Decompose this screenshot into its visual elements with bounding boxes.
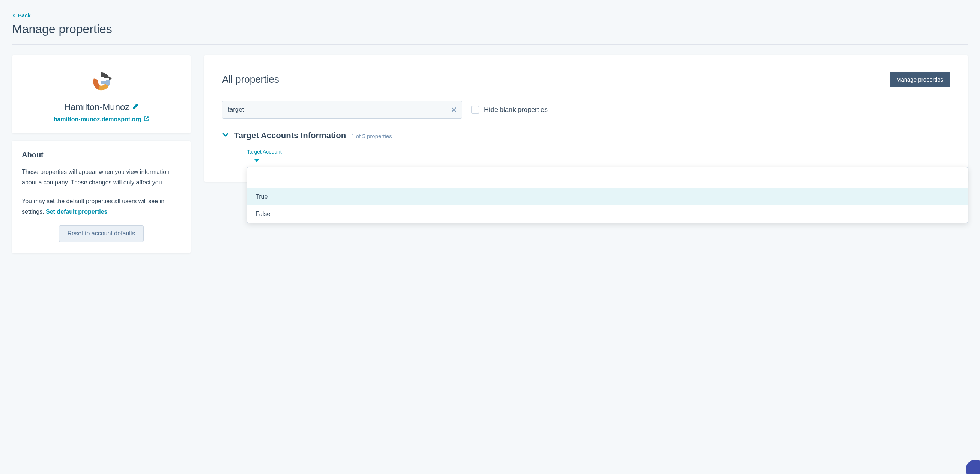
all-properties-heading: All properties	[222, 73, 279, 85]
pencil-icon[interactable]	[132, 103, 138, 111]
about-paragraph-2: You may set the default properties all u…	[22, 196, 181, 217]
hide-blank-checkbox-wrap[interactable]: Hide blank properties	[471, 105, 548, 114]
about-card: About These properties will appear when …	[12, 141, 191, 253]
external-link-icon	[144, 116, 149, 123]
properties-card: All properties Manage properties Hide bl…	[204, 55, 968, 182]
field-label: Target Account	[247, 149, 950, 155]
search-input[interactable]	[222, 101, 462, 119]
property-group-meta: 1 of 5 properties	[351, 133, 392, 139]
set-default-properties-label: Set default properties	[46, 207, 107, 217]
about-paragraph-1: These properties will appear when you vi…	[22, 167, 181, 188]
dropdown-option[interactable]: True	[247, 188, 967, 206]
manage-properties-button[interactable]: Manage properties	[889, 72, 950, 87]
back-label: Back	[18, 13, 30, 18]
about-heading: About	[22, 151, 181, 159]
company-url-text: hamilton-munoz.demospot.org	[54, 116, 142, 123]
chevron-left-icon	[12, 13, 16, 18]
property-group-title: Target Accounts Information	[234, 131, 346, 140]
help-bubble-icon[interactable]	[966, 460, 980, 474]
company-card: Hamilton-Munoz hamilton-munoz.demospot.o…	[12, 55, 191, 133]
company-name: Hamilton-Munoz	[64, 102, 130, 112]
back-link[interactable]: Back	[12, 13, 30, 18]
page-title: Manage properties	[12, 22, 968, 36]
set-default-properties-link[interactable]: Set default properties	[46, 207, 109, 217]
caret-down-icon[interactable]	[255, 157, 950, 164]
dropdown-option[interactable]: False	[247, 206, 967, 223]
company-logo-icon	[90, 70, 113, 93]
hide-blank-label: Hide blank properties	[484, 106, 548, 114]
divider	[12, 44, 968, 45]
property-group-header[interactable]: Target Accounts Information 1 of 5 prope…	[222, 131, 950, 140]
company-url-link[interactable]: hamilton-munoz.demospot.org	[54, 116, 150, 123]
dropdown-panel: TrueFalse	[247, 167, 968, 223]
svg-rect-1	[101, 81, 110, 84]
dropdown-search-area[interactable]	[247, 167, 967, 188]
reset-to-defaults-button[interactable]: Reset to account defaults	[59, 225, 144, 242]
chevron-down-icon	[222, 131, 229, 140]
checkbox-icon	[471, 105, 479, 114]
clear-search-icon[interactable]	[449, 104, 459, 115]
